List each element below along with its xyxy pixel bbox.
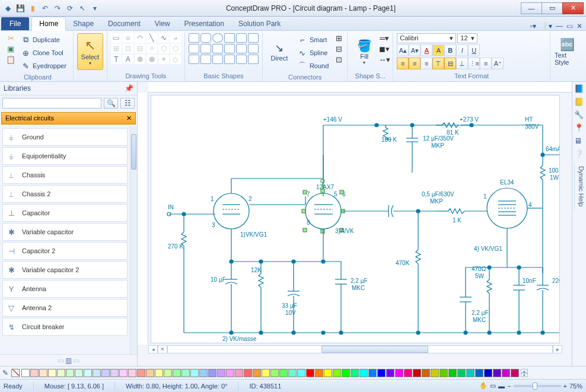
color-swatch[interactable] [279, 369, 288, 377]
color-swatch[interactable] [93, 369, 101, 377]
color-swatch[interactable] [244, 369, 252, 377]
color-swatch[interactable] [431, 369, 439, 377]
arrow-style-icon[interactable]: ↔▾ [380, 55, 389, 64]
color-swatch[interactable] [217, 369, 225, 377]
list-item[interactable]: ↯Circuit breaker [2, 318, 128, 336]
shadow-icon[interactable]: ◼▾ [380, 44, 389, 53]
bold-button[interactable]: B [444, 44, 456, 56]
tool-line[interactable]: ╲ [146, 33, 157, 43]
eyedropper-button[interactable]: ✎Eyedropper [18, 59, 69, 72]
color-swatch[interactable] [351, 369, 359, 377]
color-swatch[interactable] [466, 369, 474, 377]
search-input[interactable] [2, 98, 101, 109]
color-swatch[interactable] [30, 369, 39, 377]
rtool-5-icon[interactable]: 🖥 [574, 136, 585, 147]
tool-i[interactable]: ⬢ [135, 55, 145, 64]
shape-more3[interactable] [248, 55, 259, 64]
color-swatch[interactable] [57, 369, 65, 377]
sidebar-view1-icon[interactable]: ▭ [58, 356, 64, 365]
list-item[interactable]: ⊣Capacitor 2 [2, 242, 128, 260]
list-item[interactable]: ⏚Equipotentiality [2, 147, 128, 165]
doc-restore-icon[interactable]: ▭ [566, 22, 573, 30]
copy-icon[interactable]: ▣ [6, 44, 15, 53]
tool-c[interactable]: ⊟ [135, 44, 145, 53]
color-swatch[interactable] [448, 369, 457, 377]
color-swatch[interactable] [306, 369, 314, 377]
color-swatch[interactable] [457, 369, 466, 377]
tool-a[interactable]: ⊞ [111, 44, 122, 53]
shape-more1[interactable] [248, 33, 259, 43]
color-swatch[interactable] [119, 369, 128, 377]
help-icon[interactable]: ❔▾ [540, 22, 552, 30]
round-connector-button[interactable]: ⌒Round [295, 59, 332, 72]
tool-e[interactable]: ⬡ [158, 44, 169, 53]
align-right-button[interactable]: ≡ [421, 58, 432, 69]
color-swatch[interactable] [288, 369, 297, 377]
valign-bot-button[interactable]: ⊥ [456, 58, 468, 69]
list-item[interactable]: ⏚Ground [2, 128, 128, 146]
color-swatch[interactable] [173, 369, 181, 377]
indent-button[interactable]: A⁺ [492, 58, 504, 69]
color-swatch[interactable] [235, 369, 243, 377]
color-swatch[interactable] [155, 369, 163, 377]
color-swatch[interactable] [48, 369, 56, 377]
color-swatch[interactable] [199, 369, 208, 377]
hand-tool-icon[interactable]: ✋ [479, 382, 488, 390]
list-item[interactable]: ⊥Capacitor [2, 204, 128, 222]
maximize-button[interactable]: ▭ [542, 2, 563, 14]
shape-b[interactable] [200, 44, 211, 53]
list-item[interactable]: ✱Variable capacitor [2, 223, 128, 241]
tool-f[interactable]: ⬠ [170, 44, 181, 53]
color-swatch[interactable] [484, 369, 492, 377]
rtool-1-icon[interactable]: 📘 [574, 84, 585, 95]
tool-poly[interactable]: ⨼ [170, 33, 181, 43]
list-item[interactable]: ⟂Chassis 2 [2, 185, 128, 203]
color-swatch[interactable] [270, 369, 279, 377]
tool-l[interactable]: ◇ [170, 55, 181, 64]
shape-g[interactable] [200, 55, 211, 64]
line-style-icon[interactable]: ═▾ [380, 33, 389, 43]
shape-circle[interactable] [212, 33, 223, 43]
fill-button[interactable]: 🪣Fill▾ [351, 33, 377, 70]
list-item[interactable]: YAntenna [2, 280, 128, 298]
color-swatch[interactable] [110, 369, 119, 377]
color-swatch[interactable] [395, 369, 403, 377]
align-left-button[interactable]: ≡ [397, 58, 409, 69]
zoom-out-button[interactable]: − [507, 383, 511, 390]
color-swatch[interactable] [164, 369, 172, 377]
shape-d[interactable] [224, 44, 235, 53]
zoom-in-button[interactable]: + [563, 383, 567, 390]
cut-icon[interactable]: ✂ [6, 33, 15, 43]
paste-icon[interactable]: 📋 [6, 55, 15, 64]
shape-rect[interactable] [189, 33, 199, 43]
tab-presentation[interactable]: Presentation [177, 17, 231, 30]
color-swatch[interactable] [262, 369, 270, 377]
color-swatch[interactable] [386, 369, 394, 377]
rtool-2-icon[interactable]: 📒 [574, 97, 585, 108]
color-swatch[interactable] [404, 369, 412, 377]
decrease-font-button[interactable]: A▾ [409, 44, 421, 56]
tab-home[interactable]: Home [31, 17, 66, 31]
color-swatch[interactable] [422, 369, 430, 377]
tool-k[interactable]: ✦ [158, 55, 169, 64]
color-swatch[interactable] [502, 369, 510, 377]
spline-connector-button[interactable]: ∿Spline [295, 46, 332, 59]
tool-ellipse[interactable]: ○ [123, 33, 133, 43]
hscroll-track[interactable] [167, 345, 553, 353]
qat-pointer-icon[interactable]: ↖ [77, 3, 88, 14]
conn-opt2-icon[interactable]: ⊟ [334, 44, 343, 53]
color-swatch[interactable] [21, 369, 30, 377]
color-swatch[interactable] [146, 369, 154, 377]
color-swatch[interactable] [226, 369, 234, 377]
smart-connector-button[interactable]: ⌐Smart [295, 33, 332, 46]
color-swatch[interactable] [75, 369, 83, 377]
sidebar-view3-icon[interactable]: ▭ [73, 356, 79, 365]
pin-icon[interactable]: 📌 [125, 84, 133, 93]
search-button[interactable]: 🔍 [104, 98, 118, 109]
font-select[interactable]: Calibri▾ [397, 33, 456, 43]
shape-rrect[interactable] [200, 33, 211, 43]
font-color-button[interactable]: A [421, 44, 432, 56]
bullets-button[interactable]: ⋮≡ [468, 58, 480, 69]
close-button[interactable]: ✕ [562, 2, 584, 14]
shape-more2[interactable] [248, 44, 259, 53]
